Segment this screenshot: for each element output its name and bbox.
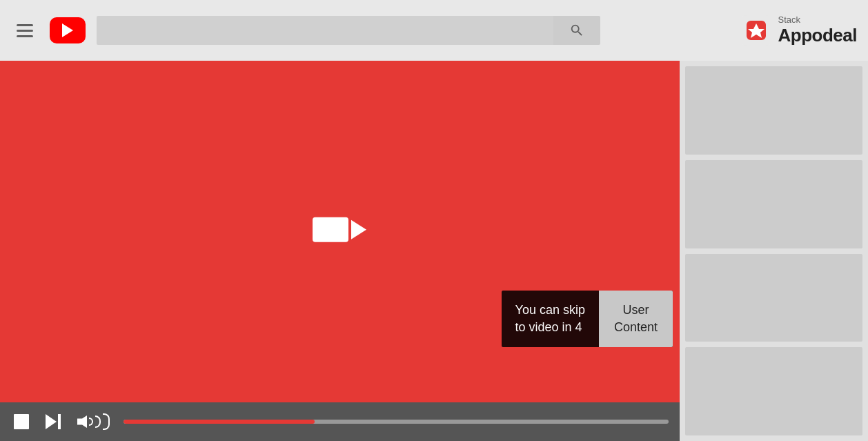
stop-icon bbox=[14, 414, 29, 429]
appodeal-icon bbox=[741, 15, 771, 46]
appodeal-logo-icon bbox=[745, 19, 767, 41]
video-camera-icon bbox=[313, 210, 368, 248]
video-section: You can skipto video in 4 UserContent bbox=[0, 61, 680, 441]
progress-fill bbox=[124, 420, 315, 424]
search-icon bbox=[569, 23, 584, 38]
sidebar bbox=[680, 61, 868, 441]
next-icon bbox=[46, 414, 61, 429]
appodeal-name-label: Appodeal bbox=[778, 25, 857, 46]
volume-button[interactable] bbox=[75, 411, 112, 433]
camera-lens bbox=[351, 220, 366, 239]
skip-ad-overlay: You can skipto video in 4 UserContent bbox=[502, 291, 673, 347]
search-button[interactable] bbox=[553, 16, 600, 45]
sidebar-card-2 bbox=[685, 160, 862, 248]
menu-icon[interactable] bbox=[11, 19, 39, 43]
skip-ad-text: You can skipto video in 4 bbox=[502, 291, 599, 347]
appodeal-brand: Stack Appodeal bbox=[741, 14, 857, 46]
youtube-logo[interactable] bbox=[50, 17, 86, 43]
user-content-button[interactable]: UserContent bbox=[599, 291, 673, 347]
volume-icon bbox=[77, 413, 110, 430]
main-content: You can skipto video in 4 UserContent bbox=[0, 61, 868, 441]
sidebar-card-4 bbox=[685, 347, 862, 435]
video-controls bbox=[0, 402, 680, 441]
appodeal-stack-label: Stack bbox=[778, 14, 857, 25]
search-bar bbox=[97, 16, 600, 45]
sidebar-card-3 bbox=[685, 254, 862, 342]
progress-bar[interactable] bbox=[124, 420, 669, 424]
next-button[interactable] bbox=[43, 411, 63, 432]
video-player[interactable]: You can skipto video in 4 UserContent bbox=[0, 61, 680, 402]
header: Stack Appodeal bbox=[0, 0, 868, 61]
sidebar-card-1 bbox=[685, 66, 862, 155]
stop-button[interactable] bbox=[11, 411, 32, 432]
search-input[interactable] bbox=[97, 16, 553, 45]
appodeal-text: Stack Appodeal bbox=[778, 14, 857, 46]
camera-body bbox=[313, 217, 348, 242]
